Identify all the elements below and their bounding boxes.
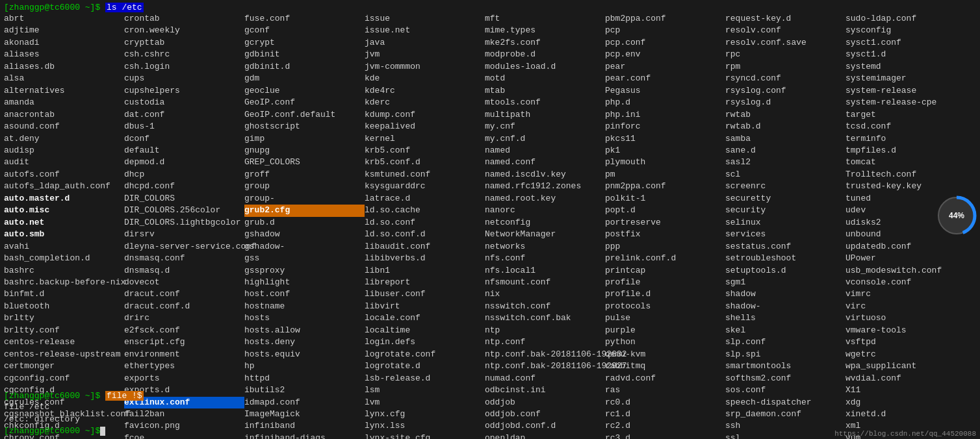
list-item: nfs.conf	[485, 253, 605, 264]
list-item: hosts.allow	[244, 325, 365, 336]
list-item: terminfo	[845, 133, 966, 145]
list-item: gssproxy	[244, 265, 365, 277]
list-item: sysct1.conf	[845, 37, 966, 49]
list-item: vconsole.conf	[845, 277, 966, 288]
list-item: audit	[4, 157, 124, 168]
list-item: mtab	[485, 85, 605, 97]
list-item: printcap	[605, 265, 725, 277]
list-item: group-	[244, 193, 365, 205]
list-item: environment	[124, 349, 244, 360]
list-item: akonadi	[4, 37, 124, 49]
list-item: virtuoso	[845, 312, 966, 324]
list-item: kderc	[365, 97, 485, 108]
list-item: custodia	[124, 97, 244, 108]
list-item: softhsm2.conf	[725, 373, 845, 384]
list-item: jvm-commmon	[365, 61, 485, 73]
list-item: rsyncd.conf	[725, 73, 845, 84]
file-column: issueissue.netjavajvmjvm-commmonkdekde4r…	[365, 13, 485, 439]
list-item: libreport	[365, 277, 485, 288]
list-item: sestatus.conf	[725, 241, 845, 253]
list-item: shadow-	[725, 301, 845, 312]
list-item: pbm2ppa.conf	[605, 13, 725, 25]
list-item: system-release	[845, 85, 966, 97]
list-item: auto.net	[4, 217, 124, 229]
prompt-2: [zhanggp@tc6000 ~]$	[4, 391, 105, 401]
list-item: autofs_ldap_auth.conf	[4, 181, 124, 192]
list-item: pcp.conf	[605, 37, 725, 49]
list-item: named.conf	[485, 157, 605, 168]
list-item: networks	[485, 241, 605, 253]
list-item: polkit-1	[605, 193, 725, 205]
list-item: ntp	[485, 325, 605, 336]
list-item: ld.so.conf.d	[365, 229, 485, 240]
list-item: highlight	[244, 277, 365, 288]
list-item: gnupg	[244, 145, 365, 157]
prompt-line-3: [zhanggp@tc6000 ~]$	[4, 426, 976, 436]
list-item: cron.weekly	[124, 25, 244, 36]
list-item: pcp	[605, 25, 725, 36]
list-item: Pegasus	[605, 85, 725, 97]
list-item: login.defs	[365, 336, 485, 348]
file-output-line2: /etc: directory	[4, 414, 976, 426]
list-item: tcsd.conf	[845, 121, 966, 132]
list-item: php.d	[605, 97, 725, 108]
list-item: default	[124, 145, 244, 157]
list-item: wvdial.conf	[845, 373, 966, 384]
list-item: dhcp	[124, 169, 244, 181]
list-item: auto.smb	[4, 229, 124, 240]
list-item: nix	[485, 288, 605, 300]
list-item: ksysguarddrc	[365, 181, 485, 192]
list-item: mft	[485, 13, 605, 25]
list-item: profile.d	[605, 288, 725, 300]
list-item: purple	[605, 325, 725, 336]
list-item: depmod.d	[124, 157, 244, 168]
prompt-3: [zhanggp@tc6000 ~]$	[4, 426, 100, 436]
list-item: ethertypes	[124, 360, 244, 372]
list-item: ntp.conf.bak-20181106-192927	[485, 360, 605, 372]
file-output-line1: file /etc	[4, 401, 976, 414]
list-item: sysconfig	[845, 25, 966, 36]
list-item: qemu-kvm	[605, 349, 725, 360]
list-item: scl	[725, 169, 845, 181]
list-item: my.cnf.d	[485, 133, 605, 145]
list-item: screenrc	[725, 181, 845, 192]
svg-text:44%: 44%	[949, 211, 964, 220]
list-item: gcrypt	[244, 37, 365, 49]
list-item: numad.conf	[485, 373, 605, 384]
list-item: crontab	[124, 13, 244, 25]
list-item: Trolltech.conf	[845, 169, 966, 181]
list-item: selinux	[725, 217, 845, 229]
file-column: request-key.dresolv.confresolv.conf.save…	[725, 13, 845, 439]
list-item: systemd	[845, 61, 966, 73]
list-item: pinforc	[605, 121, 725, 132]
list-item: pm	[605, 169, 725, 181]
progress-circle: 44%	[936, 195, 977, 236]
bottom-url: https://blog.csdn.net/qq_44520088	[834, 430, 976, 438]
list-item: dracut.conf.d	[124, 301, 244, 312]
list-item: vmware-tools	[845, 325, 966, 336]
list-item: radvd.conf	[605, 373, 725, 384]
list-item: modprobe.d	[485, 49, 605, 60]
list-item: krb5.conf	[365, 145, 485, 157]
list-item: autofs.conf	[4, 169, 124, 181]
list-item: sudo-ldap.conf	[845, 13, 966, 25]
list-item: cups	[124, 73, 244, 84]
list-item: named.rfc1912.zones	[485, 181, 605, 192]
list-item: cgconfig.conf	[4, 373, 124, 384]
list-item: pkcs11	[605, 133, 725, 145]
list-item: aliases	[4, 49, 124, 60]
list-item: sgm1	[725, 277, 845, 288]
list-item: binfmt.d	[4, 288, 124, 300]
list-item: portreserve	[605, 217, 725, 229]
list-item: ghostscript	[244, 121, 365, 132]
list-item: UPower	[845, 253, 966, 264]
list-item: updatedb.conf	[845, 241, 966, 253]
list-item: slp.conf	[725, 336, 845, 348]
list-item: tmpfiles.d	[845, 145, 966, 157]
list-item: nsswitch.conf	[485, 301, 605, 312]
list-item: trusted-key.key	[845, 181, 966, 192]
list-item: gshadow-	[244, 241, 365, 253]
list-item: my.cnf	[485, 121, 605, 132]
list-item: multipath	[485, 109, 605, 121]
list-item: postfix	[605, 229, 725, 240]
